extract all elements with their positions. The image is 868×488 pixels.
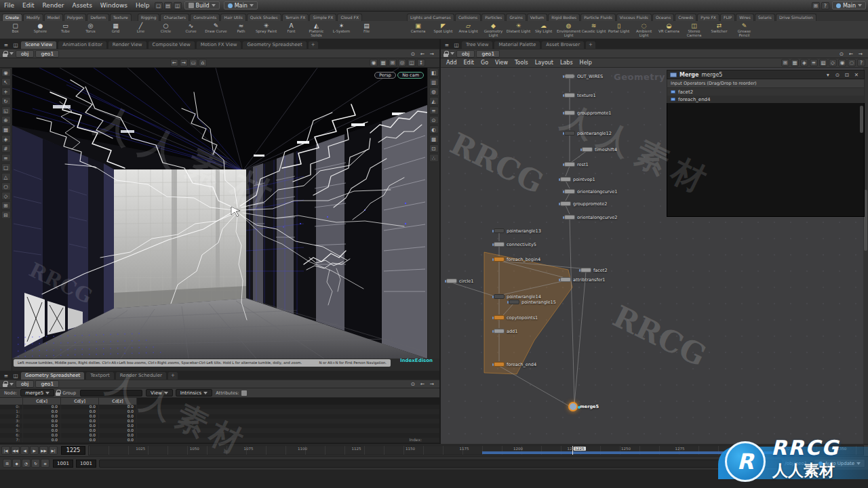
- playbar-menu-icon[interactable]: ≡: [41, 459, 50, 468]
- input-operator-row[interactable]: foreach_end4: [667, 96, 865, 103]
- net-align-icon[interactable]: ≡: [810, 59, 818, 66]
- expand-pane-icon[interactable]: ⊞: [1, 201, 11, 209]
- display-material-icon[interactable]: ◍: [429, 87, 439, 96]
- node-shape[interactable]: [509, 300, 519, 304]
- menu-edit[interactable]: Edit: [18, 2, 38, 9]
- close-icon[interactable]: ✕: [852, 71, 861, 79]
- shelf-tab-modify[interactable]: Modify: [23, 14, 43, 21]
- node-pointwrangle12[interactable]: pointwrangle12: [564, 130, 612, 136]
- net-find-icon[interactable]: ◌: [848, 59, 856, 66]
- prev-key-button[interactable]: ◀◀: [11, 446, 20, 455]
- pane-split-icon[interactable]: ◫: [452, 41, 460, 49]
- global-anim-options-icon[interactable]: ⊞: [3, 459, 12, 468]
- menu-file[interactable]: File: [0, 2, 18, 9]
- snap-multi-icon[interactable]: #: [1, 144, 11, 152]
- node-shape[interactable]: [582, 147, 593, 152]
- tool-torus[interactable]: ◎Torus: [78, 22, 103, 37]
- pane-splitter[interactable]: [439, 39, 441, 470]
- prev-frame-button[interactable]: ◀: [20, 446, 29, 455]
- translate-tool-icon[interactable]: +: [1, 87, 11, 96]
- shelf-tab-model[interactable]: Model: [44, 14, 63, 21]
- tab-new[interactable]: +: [308, 41, 319, 49]
- select-laser-icon[interactable]: ◇: [1, 192, 11, 200]
- tool-environment-light[interactable]: ◍Environment Light: [556, 22, 581, 37]
- lock-icon[interactable]: [3, 51, 7, 57]
- path-segment-obj[interactable]: obj: [16, 380, 34, 388]
- lock-icon[interactable]: [56, 390, 60, 396]
- tool-font[interactable]: AFont: [279, 22, 304, 37]
- shelf-tab-crowds[interactable]: Crowds: [675, 14, 696, 21]
- network-editor[interactable]: Geometry Merge merge5: [441, 68, 868, 444]
- pin-icon[interactable]: ⊙: [833, 71, 842, 79]
- net-snap-icon[interactable]: ◈: [800, 59, 808, 66]
- path-segment-geo1[interactable]: geo1: [476, 50, 500, 58]
- shelf-tab-characters[interactable]: Characters: [160, 14, 189, 21]
- node-facet2[interactable]: facet2: [580, 267, 608, 273]
- undo-view-icon[interactable]: ←: [170, 59, 178, 66]
- net-overview-icon[interactable]: ⊞: [781, 59, 789, 66]
- parameter-area[interactable]: [667, 103, 865, 217]
- tab-scene-view[interactable]: Scene View: [20, 41, 57, 49]
- lock-icon[interactable]: [443, 51, 448, 57]
- node-shape[interactable]: [564, 189, 575, 194]
- node-orientalongcurve2[interactable]: orientalongcurve2: [564, 214, 617, 220]
- path-segment-geo1[interactable]: geo1: [35, 50, 59, 58]
- tool-circle[interactable]: ○Circle: [153, 22, 178, 37]
- redo-view-icon[interactable]: →: [180, 59, 188, 66]
- camera-selector-badge[interactable]: No cam: [397, 72, 424, 79]
- net-visibility-icon[interactable]: ◉: [838, 59, 846, 66]
- select-box-icon[interactable]: □: [1, 163, 11, 171]
- node-merge5[interactable]: merge5: [568, 403, 599, 409]
- tool-tube[interactable]: ▭Tube: [53, 22, 78, 37]
- tool-sky-light[interactable]: ☁Sky Light: [531, 22, 556, 37]
- tool-file[interactable]: ▤File: [354, 22, 379, 37]
- tool-box[interactable]: ▢Box: [3, 22, 28, 37]
- tab-new[interactable]: +: [585, 41, 596, 49]
- display-lights-icon[interactable]: ◭: [429, 97, 439, 105]
- timeline-slider[interactable]: 1225 10251050107511001125115011751200122…: [88, 445, 864, 455]
- pane-menu-icon[interactable]: ≡: [443, 41, 451, 49]
- tool-stereo-camera[interactable]: ◫Stereo Camera: [682, 22, 707, 37]
- node-shape[interactable]: [494, 315, 505, 320]
- view-dropdown[interactable]: View: [146, 389, 173, 396]
- grid-toggle-icon[interactable]: ▦: [379, 59, 387, 66]
- shelf-tab-particles[interactable]: Particles: [481, 14, 505, 21]
- group-field[interactable]: [80, 390, 142, 396]
- shelf-tab-rigid-bodies[interactable]: Rigid Bodies: [548, 14, 580, 21]
- node-selector[interactable]: merge5: [20, 389, 54, 396]
- shelf-tab-create[interactable]: Create: [2, 14, 22, 21]
- shelf-tab-deform[interactable]: Deform: [87, 14, 108, 21]
- node-timeshift4[interactable]: timeshift4: [582, 146, 617, 152]
- net-menu-layout[interactable]: Layout: [532, 60, 557, 66]
- handles-tool-icon[interactable]: ⊕: [1, 116, 11, 124]
- pane-menu-icon[interactable]: ≡: [2, 372, 10, 380]
- tool-spray-paint[interactable]: ✳Spray Paint: [254, 22, 279, 37]
- menu-assets[interactable]: Assets: [68, 2, 96, 9]
- tool-spot-light[interactable]: ◤Spot Light: [431, 22, 456, 37]
- tool-grease-pencil[interactable]: ✎Grease Pencil: [732, 22, 757, 37]
- frame-view-icon[interactable]: ▭: [189, 59, 197, 66]
- tool-draw-curve[interactable]: ✎Draw Curve: [203, 22, 229, 37]
- shelf-tab-lights-and-cameras[interactable]: Lights and Cameras: [407, 14, 454, 21]
- spreadsheet-table[interactable]: Cd[x]Cd[y]Cd[z] 0:0.00.00.01:0.00.00.02:…: [0, 398, 439, 444]
- node-OUT_WIRES[interactable]: OUT_WIRES: [564, 73, 603, 79]
- shelf-tab-drive-simulation[interactable]: Drive Simulation: [776, 14, 816, 21]
- node-connectivity5[interactable]: connectivity5: [494, 241, 536, 247]
- net-color-icon[interactable]: ▧: [819, 59, 827, 66]
- display-camera-icon[interactable]: ⊡: [429, 144, 439, 152]
- snapshot-icon[interactable]: ◉: [370, 59, 378, 66]
- select-lasso-icon[interactable]: △: [1, 173, 11, 181]
- tool-geometry-light[interactable]: ◆Geometry Light: [481, 22, 506, 37]
- tool-menu-icon[interactable]: ≡: [1, 154, 11, 162]
- shelf-tab-flip[interactable]: FLIP: [720, 14, 735, 21]
- node-shape[interactable]: [564, 162, 575, 167]
- net-menu-labs[interactable]: Labs: [557, 60, 576, 66]
- intrinsics-dropdown[interactable]: Intrinsics: [176, 389, 213, 396]
- shelf-tab-terrain-fx[interactable]: Terrain FX: [282, 14, 309, 21]
- parameter-panel-header[interactable]: Merge merge5 ▾⊙⊡✕: [667, 70, 865, 79]
- tool-platonic-solids[interactable]: ◭Platonic Solids: [304, 22, 329, 37]
- node-shape[interactable]: [564, 93, 575, 98]
- node-grouppromote1[interactable]: grouppromote1: [564, 110, 612, 116]
- node-orientalongcurve1[interactable]: orientalongcurve1: [564, 188, 617, 195]
- tab-geometry-spreadsheet[interactable]: Geometry Spreadsheet: [20, 371, 85, 380]
